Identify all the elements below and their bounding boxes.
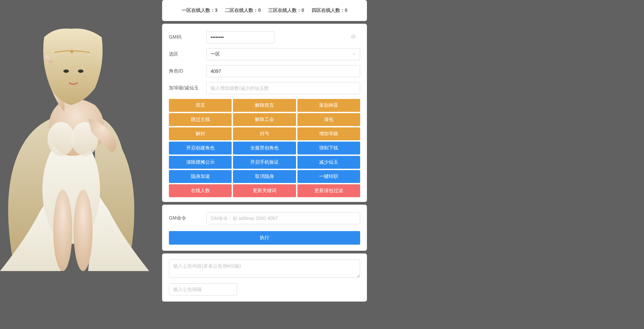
cmd-input[interactable] <box>206 212 360 224</box>
blue-button-grid: 开启创建角色 全服禁创角色 强制下线 清除摆摊公示 开启手机验证 减少仙玉 隐身… <box>169 142 360 183</box>
svg-point-9 <box>353 36 354 37</box>
status-card: 一区在线人数：3 二区在线人数：0 三区在线人数：0 四区在线人数：0 <box>162 0 367 21</box>
invisible-speed-button[interactable]: 隐身加速 <box>169 170 232 183</box>
addlevel-input[interactable] <box>206 82 360 94</box>
execute-button[interactable]: 执行 <box>169 231 360 245</box>
addlevel-label: 加等级/减仙玉 <box>169 85 206 91</box>
svg-point-7 <box>53 190 72 271</box>
form-card: GM码 选区 一区 角色ID 加等级/减仙玉 <box>162 24 367 202</box>
unmute-button[interactable]: 解除禁言 <box>233 99 296 112</box>
enable-create-role-button[interactable]: 开启创建角色 <box>169 142 232 155</box>
change-job-button[interactable]: 一键转职 <box>297 170 360 183</box>
announce-content-input[interactable] <box>169 260 360 278</box>
ban-button[interactable]: 封号 <box>233 127 296 140</box>
disable-create-role-button[interactable]: 全服禁创角色 <box>233 142 296 155</box>
announce-interval-input[interactable] <box>169 283 237 295</box>
clear-bag-button[interactable]: 清包 <box>297 113 360 126</box>
cmd-card: GM命令 执行 <box>162 205 367 251</box>
orange-button-grid: 禁言 解除禁言 策划神器 跳过主线 解散工会 清包 解封 封号 增加等级 <box>169 99 360 140</box>
clear-stall-button[interactable]: 清除摆摊公示 <box>169 156 232 169</box>
reduce-jade-button[interactable]: 减少仙玉 <box>297 156 360 169</box>
roleid-input[interactable] <box>206 65 360 77</box>
zone-label: 选区 <box>169 51 206 57</box>
svg-point-1 <box>47 122 75 156</box>
main-panel: 一区在线人数：3 二区在线人数：0 三区在线人数：0 四区在线人数：0 GM码 … <box>162 0 367 304</box>
chevron-down-icon <box>352 51 356 57</box>
zone4-status: 四区在线人数：0 <box>312 7 348 13</box>
skip-main-button[interactable]: 跳过主线 <box>169 113 232 126</box>
svg-point-4 <box>70 50 74 53</box>
update-bag-filter-button[interactable]: 更新清包过滤 <box>297 184 360 197</box>
zone3-status: 三区在线人数：0 <box>268 7 304 13</box>
online-count-button[interactable]: 在线人数 <box>169 184 232 197</box>
gmcode-label: GM码 <box>169 34 206 40</box>
zone2-status: 二区在线人数：0 <box>225 7 261 13</box>
svg-point-5 <box>63 69 69 73</box>
enable-phone-verify-button[interactable]: 开启手机验证 <box>233 156 296 169</box>
announce-card <box>162 253 367 302</box>
force-offline-button[interactable]: 强制下线 <box>297 142 360 155</box>
add-level-button[interactable]: 增加等级 <box>297 127 360 140</box>
dissolve-guild-button[interactable]: 解散工会 <box>233 113 296 126</box>
unban-button[interactable]: 解封 <box>169 127 232 140</box>
svg-point-6 <box>78 69 83 73</box>
character-illustration <box>0 20 149 271</box>
cmd-label: GM命令 <box>169 215 206 221</box>
roleid-label: 角色ID <box>169 68 206 74</box>
update-keywords-button[interactable]: 更新关键词 <box>233 184 296 197</box>
red-button-grid: 在线人数 更新关键词 更新清包过滤 <box>169 184 360 197</box>
cancel-invisible-button[interactable]: 取消隐身 <box>233 170 296 183</box>
mute-button[interactable]: 禁言 <box>169 99 232 112</box>
gmcode-input[interactable] <box>206 31 274 43</box>
svg-point-8 <box>74 190 93 271</box>
zone1-status: 一区在线人数：3 <box>182 7 218 13</box>
planner-tool-button[interactable]: 策划神器 <box>297 99 360 112</box>
zone-select[interactable]: 一区 <box>206 48 360 60</box>
eye-icon[interactable] <box>351 34 356 41</box>
